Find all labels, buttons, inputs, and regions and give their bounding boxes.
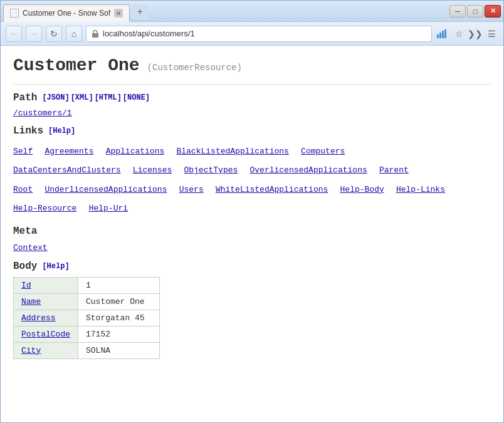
xml-format-link[interactable]: [XML] xyxy=(71,93,93,102)
page-header: Customer One (CustomerResource) xyxy=(13,56,491,78)
path-value[interactable]: /customers/1 xyxy=(13,108,491,118)
table-key-cell[interactable]: Name xyxy=(14,293,78,310)
link-help-links[interactable]: Help-Links xyxy=(396,185,445,194)
none-format-link[interactable]: [NONE] xyxy=(123,93,150,102)
link-context[interactable]: Context xyxy=(13,243,48,253)
extensions-icon[interactable]: ❯❯ xyxy=(468,27,482,41)
title-bar: 📄 Customer One - Snow Sof ✕ + ─ □ ✕ xyxy=(1,1,503,22)
link-help-body[interactable]: Help-Body xyxy=(340,185,384,194)
link-root[interactable]: Root xyxy=(13,185,33,194)
tabs-container: 📄 Customer One - Snow Sof ✕ + xyxy=(3,1,147,22)
body-help-link[interactable]: [Help] xyxy=(42,262,69,271)
browser-tab[interactable]: 📄 Customer One - Snow Sof ✕ xyxy=(3,4,130,22)
page-title: Customer One xyxy=(13,56,140,75)
link-help-uri[interactable]: Help-Uri xyxy=(89,204,128,213)
meta-section-label: Meta xyxy=(13,226,491,237)
tab-title: Customer One - Snow Sof xyxy=(23,9,110,18)
body-table: Id 1 Name Customer One Address Storgatan… xyxy=(13,277,160,359)
page-subtitle: (CustomerResource) xyxy=(147,63,242,73)
table-row: Name Customer One xyxy=(14,293,160,310)
page-content: Customer One (CustomerResource) Path [JS… xyxy=(1,46,503,422)
link-underlicensed[interactable]: UnderlicensedApplications xyxy=(45,185,167,194)
meta-links: Context xyxy=(13,242,491,253)
table-value-cell: Customer One xyxy=(78,293,160,310)
address-bar[interactable] xyxy=(86,26,432,42)
table-value-cell: 1 xyxy=(78,277,160,293)
close-button[interactable]: ✕ xyxy=(485,5,501,18)
link-applications[interactable]: Applications xyxy=(106,147,165,156)
navigation-bar: ← → ↻ ⌂ ☆ ❯❯ ☰ xyxy=(1,22,503,46)
browser-window: 📄 Customer One - Snow Sof ✕ + ─ □ ✕ ← → … xyxy=(0,0,504,423)
link-computers[interactable]: Computers xyxy=(301,147,345,156)
nav-right-icons: ☆ ❯❯ ☰ xyxy=(436,27,498,41)
table-row: Address Storgatan 45 xyxy=(14,310,160,326)
table-row: Id 1 xyxy=(14,277,160,293)
new-tab-button[interactable]: + xyxy=(132,4,147,19)
table-value-cell: SOLNA xyxy=(78,342,160,358)
table-key-cell[interactable]: Id xyxy=(14,277,78,293)
path-section-label: Path [JSON] [XML] [HTML] [NONE] xyxy=(13,92,491,103)
star-icon[interactable]: ☆ xyxy=(452,27,466,41)
table-value-cell: Storgatan 45 xyxy=(78,310,160,326)
signal-icon xyxy=(436,27,449,41)
table-key-cell[interactable]: Address xyxy=(14,310,78,326)
link-self[interactable]: Self xyxy=(13,147,33,156)
format-links: [JSON] [XML] [HTML] [NONE] xyxy=(42,93,150,102)
svg-rect-4 xyxy=(444,29,446,38)
table-value-cell: 17152 xyxy=(78,326,160,342)
links-list: Self Agreements Applications BlackListed… xyxy=(13,142,491,218)
lock-icon xyxy=(90,29,100,39)
link-blacklisted-applications[interactable]: BlackListedApplications xyxy=(176,147,288,156)
menu-icon[interactable]: ☰ xyxy=(485,27,498,41)
html-format-link[interactable]: [HTML] xyxy=(95,93,122,102)
link-parent[interactable]: Parent xyxy=(379,165,409,175)
link-help-resource[interactable]: Help-Resource xyxy=(13,204,76,213)
svg-rect-2 xyxy=(439,33,441,38)
link-licenses[interactable]: Licenses xyxy=(133,165,172,175)
table-row: City SOLNA xyxy=(14,342,160,358)
link-users[interactable]: Users xyxy=(179,185,204,194)
link-objecttypes[interactable]: ObjectTypes xyxy=(184,165,238,175)
link-whitelisted[interactable]: WhiteListedApplications xyxy=(216,185,328,194)
json-format-link[interactable]: [JSON] xyxy=(42,93,69,102)
window-controls: ─ □ ✕ xyxy=(449,5,501,18)
table-key-cell[interactable]: City xyxy=(14,342,78,358)
body-section-label: Body [Help] xyxy=(13,261,491,272)
tab-page-icon: 📄 xyxy=(10,9,19,18)
svg-rect-3 xyxy=(442,31,444,38)
svg-rect-0 xyxy=(92,33,98,38)
links-section-label: Links [Help] xyxy=(13,125,491,137)
minimize-button[interactable]: ─ xyxy=(449,5,466,18)
maximize-button[interactable]: □ xyxy=(467,5,483,18)
table-row: PostalCode 17152 xyxy=(14,326,160,342)
svg-rect-1 xyxy=(437,34,439,38)
refresh-button[interactable]: ↻ xyxy=(46,26,62,42)
url-input[interactable] xyxy=(103,29,428,38)
back-button[interactable]: ← xyxy=(6,26,22,42)
forward-button[interactable]: → xyxy=(26,26,42,42)
tab-close-button[interactable]: ✕ xyxy=(114,9,123,18)
title-divider xyxy=(13,84,491,85)
links-help-link[interactable]: [Help] xyxy=(48,127,75,135)
link-agreements[interactable]: Agreements xyxy=(45,147,93,156)
link-overlicensed[interactable]: OverlicensedApplications xyxy=(250,165,367,175)
link-datacenters[interactable]: DataCentersAndClusters xyxy=(13,165,121,175)
home-button[interactable]: ⌂ xyxy=(66,26,82,42)
table-key-cell[interactable]: PostalCode xyxy=(14,326,78,342)
